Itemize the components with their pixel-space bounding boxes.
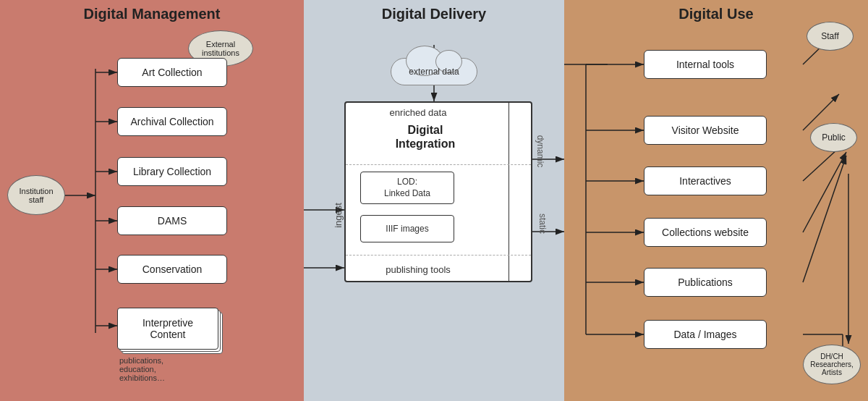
interactives-label: Interactives — [679, 175, 731, 187]
enriched-data-label: enriched data — [360, 107, 476, 118]
staff-oval: Staff — [807, 22, 854, 51]
external-data-label: external data — [409, 67, 459, 77]
dm-title: Digital Management — [0, 0, 304, 25]
external-institutions-label: External institutions — [202, 40, 239, 57]
svg-line-29 — [803, 156, 846, 282]
publications-label: Publications — [678, 277, 733, 288]
du-title: Digital Use — [564, 0, 868, 25]
lod-label: LOD: Linked Data — [384, 177, 430, 199]
static-label: static — [537, 214, 548, 234]
h-divider1 — [346, 164, 531, 165]
art-collection-label: Art Collection — [142, 67, 202, 78]
conservation-box: Conservation — [117, 255, 227, 284]
archival-collection-label: Archival Collection — [130, 116, 213, 127]
internal-tools-box: Internal tools — [644, 50, 767, 79]
section-digital-management: Digital Management Institution staff Ext… — [0, 0, 304, 401]
public-label: Public — [822, 132, 846, 143]
dynamic-label: dynamic — [536, 135, 546, 168]
ingest-label: ingest — [333, 203, 344, 228]
dh-researchers-label: DH/CH Researchers, Artists — [810, 353, 853, 376]
lod-box: LOD: Linked Data — [360, 172, 454, 204]
institution-staff-oval: Institution staff — [7, 175, 65, 215]
dams-label: DAMS — [158, 215, 187, 227]
dd-title: Digital Delivery — [304, 0, 564, 25]
ic-subtitle: publications, education, exhibitions… — [119, 356, 165, 382]
staff-label: Staff — [821, 31, 838, 41]
external-data-cloud: external data — [391, 58, 477, 85]
integration-title-text: Digital Integration — [360, 123, 490, 151]
library-collection-label: Library Collection — [133, 166, 211, 177]
conservation-label: Conservation — [142, 263, 203, 275]
interpretive-content-label: Interpretive Content — [142, 317, 193, 340]
iiif-label: IIIF images — [386, 224, 428, 234]
public-oval: Public — [810, 123, 857, 152]
interpretive-content-box: Interpretive Content — [117, 308, 218, 350]
collections-website-label: Collections website — [662, 227, 749, 238]
data-images-box: Data / Images — [644, 320, 767, 349]
visitor-website-label: Visitor Website — [672, 124, 739, 136]
collections-website-box: Collections website — [644, 218, 767, 247]
integration-outer-box: enriched data Digital Integration LOD: L… — [344, 101, 532, 282]
library-collection-box: Library Collection — [117, 157, 227, 186]
dh-researchers-oval: DH/CH Researchers, Artists — [803, 345, 861, 384]
archival-collection-box: Archival Collection — [117, 107, 227, 136]
svg-line-28 — [803, 152, 846, 232]
interactives-box: Interactives — [644, 166, 767, 195]
publications-box: Publications — [644, 268, 767, 297]
publishing-tools-label: publishing tools — [360, 264, 476, 275]
institution-staff-label: Institution staff — [19, 187, 53, 204]
iiif-box: IIIF images — [360, 215, 454, 242]
dams-box: DAMS — [117, 206, 227, 235]
integration-title: Digital Integration — [360, 123, 490, 151]
h-divider2 — [346, 255, 531, 256]
visitor-website-box: Visitor Website — [644, 116, 767, 145]
section-digital-use: Digital Use Internal tools — [564, 0, 868, 401]
data-images-label: Data / Images — [673, 329, 736, 340]
section-digital-delivery: Digital Delivery external data enriched … — [304, 0, 564, 401]
internal-tools-label: Internal tools — [676, 59, 734, 70]
art-collection-box: Art Collection — [117, 58, 227, 87]
